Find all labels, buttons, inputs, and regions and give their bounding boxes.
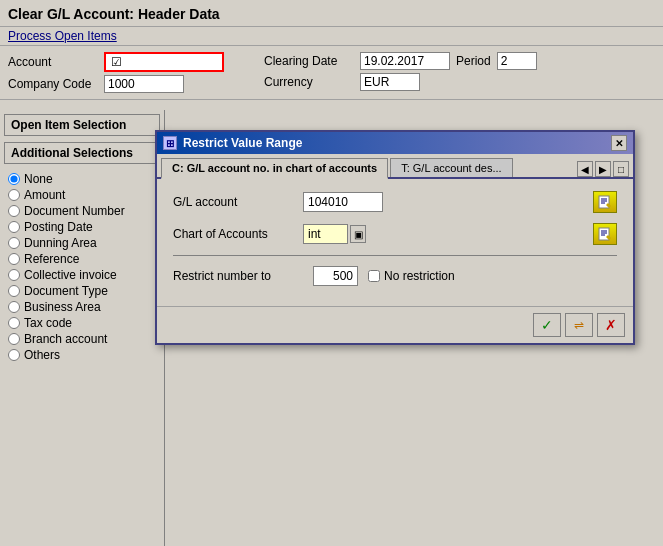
clearing-date-input[interactable] xyxy=(360,52,450,70)
radio-others[interactable]: Others xyxy=(8,348,156,362)
open-item-selection-header: Open Item Selection xyxy=(4,114,160,136)
additional-selections-header: Additional Selections xyxy=(4,142,160,164)
cancel-button[interactable]: ✗ xyxy=(597,313,625,337)
modal-close-button[interactable]: ✕ xyxy=(611,135,627,151)
radio-dunning-area[interactable]: Dunning Area xyxy=(8,236,156,250)
currency-input[interactable] xyxy=(360,73,420,91)
modal-tabs: C: G/L account no. in chart of accounts … xyxy=(157,154,633,179)
clearing-date-label: Clearing Date xyxy=(264,54,354,68)
currency-label: Currency xyxy=(264,75,354,89)
tab-navigation: ◀ ▶ □ xyxy=(577,161,629,177)
radio-document-number[interactable]: Document Number xyxy=(8,204,156,218)
confirm-button[interactable]: ✓ xyxy=(533,313,561,337)
title-bar: Clear G/L Account: Header Data xyxy=(0,0,663,27)
modal-footer: ✓ ⇌ ✗ xyxy=(157,306,633,343)
radio-none[interactable]: None xyxy=(8,172,156,186)
modal-title: Restrict Value Range xyxy=(183,136,302,150)
tab-gl-account[interactable]: C: G/L account no. in chart of accounts xyxy=(161,158,388,179)
transfer-button[interactable]: ⇌ xyxy=(565,313,593,337)
chart-of-accounts-search-button[interactable] xyxy=(593,223,617,245)
tab-prev-button[interactable]: ◀ xyxy=(577,161,593,177)
no-restriction-label: No restriction xyxy=(384,269,455,283)
radio-business-area[interactable]: Business Area xyxy=(8,300,156,314)
modal-content: G/L account Chart of xyxy=(157,179,633,306)
process-open-items-link[interactable]: Process Open Items xyxy=(8,29,117,43)
tab-next-button[interactable]: ▶ xyxy=(595,161,611,177)
toolbar: Process Open Items xyxy=(0,27,663,46)
radio-group: None Amount Document Number Posting Date… xyxy=(4,170,160,364)
left-panel: Open Item Selection Additional Selection… xyxy=(0,110,165,546)
modal-icon: ⊞ xyxy=(163,136,177,150)
main-window: Clear G/L Account: Header Data Process O… xyxy=(0,0,663,546)
account-checkbox-field: ☑ xyxy=(104,52,224,72)
chart-of-accounts-lookup-button[interactable]: ▣ xyxy=(350,225,366,243)
modal-titlebar: ⊞ Restrict Value Range ✕ xyxy=(157,132,633,154)
period-label: Period xyxy=(456,54,491,68)
radio-amount[interactable]: Amount xyxy=(8,188,156,202)
account-label: Account xyxy=(8,55,98,69)
no-restriction-checkbox[interactable] xyxy=(368,270,380,282)
no-restriction-checkbox-item[interactable]: No restriction xyxy=(368,269,455,283)
tab-expand-button[interactable]: □ xyxy=(613,161,629,177)
radio-posting-date[interactable]: Posting Date xyxy=(8,220,156,234)
chart-of-accounts-input[interactable] xyxy=(303,224,348,244)
company-code-input[interactable] xyxy=(104,75,184,93)
chart-of-accounts-label: Chart of Accounts xyxy=(173,227,303,241)
restrict-number-input[interactable] xyxy=(313,266,358,286)
radio-collective-invoice[interactable]: Collective invoice xyxy=(8,268,156,282)
gl-account-label: G/L account xyxy=(173,195,303,209)
window-title: Clear G/L Account: Header Data xyxy=(8,6,655,22)
company-code-label: Company Code xyxy=(8,77,98,91)
radio-document-type[interactable]: Document Type xyxy=(8,284,156,298)
period-input[interactable] xyxy=(497,52,537,70)
radio-branch-account[interactable]: Branch account xyxy=(8,332,156,346)
account-checkmark: ☑ xyxy=(111,55,122,69)
modal-divider xyxy=(173,255,617,256)
restrict-number-label: Restrict number to xyxy=(173,269,303,283)
gl-account-search-button[interactable] xyxy=(593,191,617,213)
tab-gl-account-desc[interactable]: T: G/L account des... xyxy=(390,158,512,177)
modal-restrict-value-range: ⊞ Restrict Value Range ✕ C: G/L account … xyxy=(155,130,635,345)
gl-account-input[interactable] xyxy=(303,192,383,212)
radio-tax-code[interactable]: Tax code xyxy=(8,316,156,330)
radio-reference[interactable]: Reference xyxy=(8,252,156,266)
